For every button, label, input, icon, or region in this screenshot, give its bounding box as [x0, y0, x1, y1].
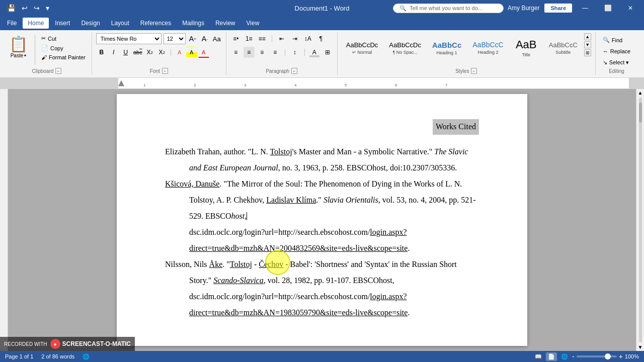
styles-scroll-up[interactable]: ▲: [584, 33, 591, 40]
scrollbar-track[interactable]: [639, 98, 642, 342]
style-no-space[interactable]: AaBbCcDc ¶ No Spac...: [384, 33, 426, 62]
scrollbar-thumb[interactable]: [639, 103, 642, 123]
document-page: Works Cited Elizabeth Trahan, author. "L…: [117, 94, 527, 346]
font-group: Times New Ro 12 A+ A- Aa B I U abc X2 X2: [92, 32, 226, 75]
zoom-thumb[interactable]: [605, 353, 611, 359]
decrease-indent-button[interactable]: ⇤: [276, 33, 287, 44]
select-button[interactable]: ↘ Select ▾: [600, 58, 632, 67]
styles-more[interactable]: ⊞: [584, 49, 591, 56]
font-content: Times New Ro 12 A+ A- Aa B I U abc X2 X2: [96, 32, 222, 67]
align-center-button[interactable]: ≡: [244, 47, 255, 58]
replace-button[interactable]: ↔ Replace: [600, 47, 633, 56]
italic-button[interactable]: I: [108, 47, 119, 58]
tolstoj-underline-1: Tolstoj: [270, 147, 292, 156]
undo-button[interactable]: ↩: [20, 3, 30, 13]
menu-file[interactable]: File: [2, 18, 22, 29]
search-icon: 🔍: [399, 5, 407, 12]
menu-design[interactable]: Design: [76, 18, 105, 29]
clipboard-expand-icon[interactable]: ⌐: [55, 68, 61, 74]
justify-button[interactable]: ≡: [270, 47, 281, 58]
increase-indent-button[interactable]: ⇥: [289, 33, 300, 44]
bold-button[interactable]: B: [96, 47, 107, 58]
styles-content: AaBbCcDc ↵ Normal AaBbCcDc ¶ No Spac... …: [342, 32, 591, 67]
styles-scroll-down[interactable]: ▼: [584, 41, 591, 48]
zoom-in-button[interactable]: +: [619, 352, 623, 360]
align-right-button[interactable]: ≡: [257, 47, 268, 58]
save-button[interactable]: 💾: [5, 3, 18, 13]
strikethrough-button[interactable]: abc: [132, 47, 143, 58]
ribbon: 📋 Paste ▾ ✂ Cut 📄 Copy: [0, 30, 644, 78]
customize-button[interactable]: ▾: [44, 3, 51, 13]
subscript-button[interactable]: X2: [144, 47, 155, 58]
minimize-button[interactable]: —: [576, 3, 594, 14]
style-subtitle[interactable]: AaBbCcC Subtitle: [544, 33, 582, 62]
menu-review[interactable]: Review: [210, 18, 240, 29]
find-button[interactable]: 🔍 Find: [600, 35, 625, 45]
show-formatting-button[interactable]: ¶: [315, 33, 327, 44]
quick-access-toolbar: 💾 ↩ ↪ ▾: [5, 3, 51, 13]
styles-expand-icon[interactable]: ⌐: [471, 68, 477, 74]
font-name-select[interactable]: Times New Ro: [96, 33, 162, 44]
citation-2-text: Kšicová, Danuše. "The Mirror of the Soul…: [165, 179, 476, 252]
ruler-active[interactable]: 1 2 3 4 5 6 7: [118, 78, 629, 88]
print-layout-icon[interactable]: 📄: [546, 352, 557, 361]
numbering-button[interactable]: 1≡: [244, 33, 255, 44]
font-size-select[interactable]: 12: [164, 33, 186, 44]
style-heading2[interactable]: AaBbCcC Heading 2: [468, 33, 508, 62]
nilsson-underline: Åke: [209, 260, 223, 268]
screencast-watermark: RECORDED WITH ● SCREENCAST-O-MATIC: [0, 337, 135, 351]
font-color-button[interactable]: A: [198, 47, 209, 58]
align-left-button[interactable]: ≡: [230, 47, 242, 58]
paste-button[interactable]: 📋 Paste ▾: [6, 33, 31, 60]
web-layout-icon[interactable]: 🌐: [561, 353, 568, 360]
title-bar-right: 🔍 Tell me what you want to do... Amy Bur…: [393, 3, 639, 14]
font-format-row: B I U abc X2 X2 A A A: [96, 47, 209, 58]
zoom-out-button[interactable]: -: [572, 352, 575, 360]
style-heading1[interactable]: AaBbCc Heading 1: [428, 33, 466, 62]
close-button[interactable]: ✕: [622, 3, 639, 14]
menu-home[interactable]: Home: [23, 18, 49, 29]
menu-references[interactable]: References: [135, 18, 176, 29]
paragraph-expand-icon[interactable]: ⌐: [291, 68, 297, 74]
text-effects-button[interactable]: A: [174, 47, 185, 58]
style-title[interactable]: AaB Title: [510, 33, 542, 62]
restore-button[interactable]: ⬜: [598, 3, 618, 14]
shading-button[interactable]: A: [309, 47, 320, 58]
superscript-button[interactable]: X2: [156, 47, 168, 58]
select-icon: ↘: [603, 59, 607, 66]
zoom-slider[interactable]: [577, 355, 617, 357]
cut-button[interactable]: ✂ Cut: [39, 34, 88, 43]
underline-button[interactable]: U: [120, 47, 131, 58]
tell-me-placeholder: Tell me what you want to do...: [410, 5, 482, 11]
font-expand-icon[interactable]: ⌐: [162, 68, 168, 74]
ruler-right-margin: [629, 78, 644, 88]
share-button[interactable]: Share: [544, 4, 572, 13]
style-heading1-preview: AaBbCc: [432, 41, 461, 49]
font-size-decrease[interactable]: A-: [200, 34, 210, 44]
document-scroll[interactable]: Works Cited Elizabeth Trahan, author. "L…: [8, 89, 636, 351]
scroll-down-button[interactable]: ▼: [637, 343, 644, 351]
copy-button[interactable]: 📄 Copy: [39, 44, 88, 52]
font-size-increase[interactable]: A+: [188, 34, 198, 44]
clear-formatting-button[interactable]: Aa: [212, 34, 222, 44]
borders-button[interactable]: ⊞: [322, 47, 333, 58]
sort-button[interactable]: ↕A: [302, 33, 313, 44]
style-normal[interactable]: AaBbCcDc ↵ Normal: [342, 33, 383, 62]
menu-insert[interactable]: Insert: [50, 18, 75, 29]
bullets-button[interactable]: ≡•: [230, 33, 242, 44]
title-bar: 💾 ↩ ↪ ▾ Document1 - Word 🔍 Tell me what …: [0, 0, 644, 16]
menu-layout[interactable]: Layout: [106, 18, 134, 29]
paragraph-content: ≡• 1≡ ≡≡ ⇤ ⇥ ↕A ¶ ≡ ≡ ≡ ≡ ↕ A: [230, 32, 333, 67]
read-mode-icon[interactable]: 📖: [535, 353, 542, 360]
line-spacing-button[interactable]: ↕: [289, 47, 300, 58]
klima-underline: Ladislav Klíma: [266, 196, 316, 204]
menu-mailings[interactable]: Mailings: [177, 18, 209, 29]
scroll-up-button[interactable]: ▲: [637, 89, 644, 97]
text-highlight-button[interactable]: A: [186, 47, 197, 58]
format-painter-button[interactable]: 🖌 Format Painter: [39, 53, 88, 61]
multilevel-list-button[interactable]: ≡≡: [257, 33, 268, 44]
font-group-label: Font ⌐: [96, 67, 222, 75]
menu-view[interactable]: View: [242, 18, 265, 29]
tell-me-box[interactable]: 🔍 Tell me what you want to do...: [393, 4, 504, 13]
redo-button[interactable]: ↪: [32, 3, 42, 13]
